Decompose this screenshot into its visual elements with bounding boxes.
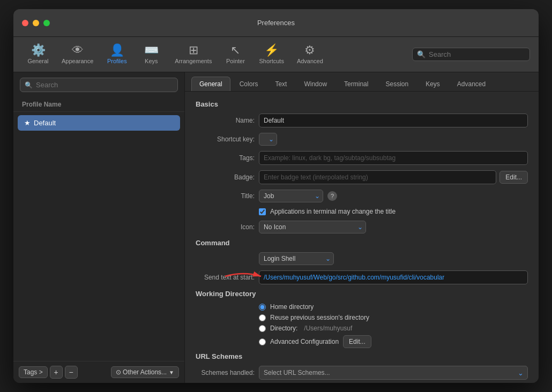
- shortcut-key-select[interactable]: [259, 133, 277, 146]
- toolbar-label-profiles: Profiles: [107, 58, 127, 64]
- tab-session[interactable]: Session: [377, 77, 416, 91]
- maximize-button[interactable]: [43, 20, 50, 26]
- dropdown-arrow-icon: ▼: [169, 370, 174, 375]
- sidebar-search-input[interactable]: [36, 81, 173, 89]
- badge-edit-button[interactable]: Edit...: [499, 171, 528, 184]
- toolbar: ⚙️ General 👁 Appearance 👤 Profiles ⌨️ Ke…: [13, 37, 539, 72]
- send-text-value[interactable]: /Users/muhyusuf/Web/go/src/github.com/my…: [259, 270, 528, 284]
- directory-value: /Users/muhyusuf: [304, 325, 352, 332]
- search-input[interactable]: [429, 50, 525, 58]
- sidebar-search[interactable]: 🔍: [20, 78, 178, 92]
- directory-label: Directory:: [270, 325, 297, 332]
- title-label: Title:: [196, 192, 255, 200]
- tags-row: Tags:: [196, 151, 528, 165]
- badge-label: Badge:: [196, 174, 255, 181]
- content-area: General Colors Text Window Terminal Sess…: [185, 72, 539, 383]
- toolbar-label-advanced: Advanced: [297, 58, 323, 64]
- minimize-button[interactable]: [33, 20, 39, 26]
- tab-terminal[interactable]: Terminal: [336, 77, 376, 91]
- advanced-config-row: Advanced Configuration Edit...: [196, 335, 528, 348]
- toolbar-item-shortcuts[interactable]: ⚡ Shortcuts: [253, 41, 289, 67]
- title-select-wrapper: Job: [259, 190, 323, 202]
- tab-general[interactable]: General: [191, 77, 230, 91]
- title-select[interactable]: Job: [259, 190, 323, 202]
- send-text-row: Send text at start:: [196, 270, 528, 284]
- tab-text[interactable]: Text: [267, 77, 295, 91]
- main-area: 🔍 Profile Name ★ Default Tags > + − ⊙ Ot…: [13, 72, 539, 383]
- command-type-select[interactable]: Login Shell: [259, 252, 334, 265]
- command-section: Command Login Shell Send text at start:: [196, 239, 528, 284]
- shortcuts-icon: ⚡: [264, 44, 279, 56]
- toolbar-item-appearance[interactable]: 👁 Appearance: [56, 41, 99, 67]
- tags-button[interactable]: Tags >: [19, 366, 48, 378]
- search-icon: 🔍: [417, 50, 426, 58]
- profile-item-default[interactable]: ★ Default: [18, 115, 180, 131]
- badge-input[interactable]: [259, 170, 496, 184]
- toolbar-item-profiles[interactable]: 👤 Profiles: [101, 41, 133, 67]
- general-icon: ⚙️: [31, 44, 46, 56]
- toolbar-label-keys: Keys: [145, 58, 158, 64]
- tags-input[interactable]: [259, 151, 528, 165]
- home-dir-label: Home directory: [270, 303, 314, 311]
- toolbar-label-appearance: Appearance: [62, 58, 93, 64]
- advanced-config-radio[interactable]: [259, 338, 266, 345]
- name-input[interactable]: [259, 114, 528, 127]
- toolbar-item-advanced[interactable]: ⚙ Advanced: [292, 41, 329, 67]
- working-dir-title: Working Directory: [196, 290, 528, 298]
- title-bar: Preferences: [13, 9, 539, 37]
- title-checkbox-label: Applications in terminal may change the …: [270, 208, 396, 215]
- badge-row: Badge: Edit...: [196, 170, 528, 184]
- name-value-container: [259, 114, 528, 127]
- command-section-title: Command: [196, 239, 528, 247]
- appearance-icon: 👁: [72, 44, 84, 56]
- sidebar-footer: Tags > + − ⊙ Other Actions... ▼: [13, 361, 184, 383]
- sidebar: 🔍 Profile Name ★ Default Tags > + − ⊙ Ot…: [13, 72, 185, 383]
- working-directory-section: Working Directory Home directory Reuse p…: [196, 290, 528, 348]
- title-checkbox[interactable]: [259, 208, 266, 215]
- tab-colors[interactable]: Colors: [232, 77, 266, 91]
- home-dir-row: Home directory: [196, 303, 528, 311]
- schemes-handled-row: Schemes handled: Select URL Schemes...: [196, 366, 528, 380]
- shortcut-key-row: Shortcut key:: [196, 133, 528, 146]
- tab-keys[interactable]: Keys: [417, 77, 448, 91]
- red-arrow: [222, 268, 265, 287]
- toolbar-label-shortcuts: Shortcuts: [259, 58, 284, 64]
- shortcut-key-wrapper: [259, 133, 277, 146]
- tab-advanced[interactable]: Advanced: [449, 77, 494, 91]
- schemes-select-wrapper: Select URL Schemes...: [259, 366, 528, 380]
- tab-window[interactable]: Window: [296, 77, 335, 91]
- home-dir-radio[interactable]: [259, 304, 266, 311]
- toolbar-item-general[interactable]: ⚙️ General: [22, 41, 54, 67]
- toolbar-item-pointer[interactable]: ↖ Pointer: [219, 41, 251, 67]
- remove-profile-button[interactable]: −: [65, 366, 78, 379]
- traffic-lights: [22, 20, 50, 26]
- reuse-session-row: Reuse previous session's directory: [196, 314, 528, 321]
- content-body: Basics Name: Shortcut key:: [185, 92, 539, 383]
- arrangements-icon: ⊞: [189, 44, 198, 56]
- sidebar-search-icon: 🔍: [25, 81, 33, 89]
- toolbar-label-arrangements: Arrangements: [175, 58, 212, 64]
- toolbar-label-general: General: [27, 58, 48, 64]
- other-actions-button[interactable]: ⊙ Other Actions... ▼: [111, 366, 179, 378]
- icon-label: Icon:: [196, 223, 255, 231]
- toolbar-item-arrangements[interactable]: ⊞ Arrangements: [169, 41, 217, 67]
- close-button[interactable]: [22, 20, 28, 26]
- directory-row: Directory: /Users/muhyusuf: [196, 325, 528, 332]
- name-row: Name:: [196, 114, 528, 127]
- pointer-icon: ↖: [230, 44, 240, 56]
- directory-radio[interactable]: [259, 325, 266, 332]
- schemes-select[interactable]: Select URL Schemes...: [259, 366, 528, 380]
- tags-label: Tags:: [196, 154, 255, 162]
- keys-icon: ⌨️: [144, 44, 159, 56]
- title-help-button[interactable]: ?: [327, 191, 337, 201]
- reuse-session-radio[interactable]: [259, 314, 266, 321]
- icon-select[interactable]: No Icon: [259, 221, 366, 233]
- tab-bar: General Colors Text Window Terminal Sess…: [185, 72, 539, 92]
- icon-row: Icon: No Icon: [196, 221, 528, 233]
- advanced-config-edit-button[interactable]: Edit...: [343, 335, 371, 348]
- toolbar-item-keys[interactable]: ⌨️ Keys: [135, 41, 167, 67]
- star-icon: ★: [24, 119, 31, 127]
- add-profile-button[interactable]: +: [50, 366, 63, 379]
- command-type-wrapper: Login Shell: [259, 252, 334, 265]
- toolbar-search[interactable]: 🔍: [412, 48, 530, 61]
